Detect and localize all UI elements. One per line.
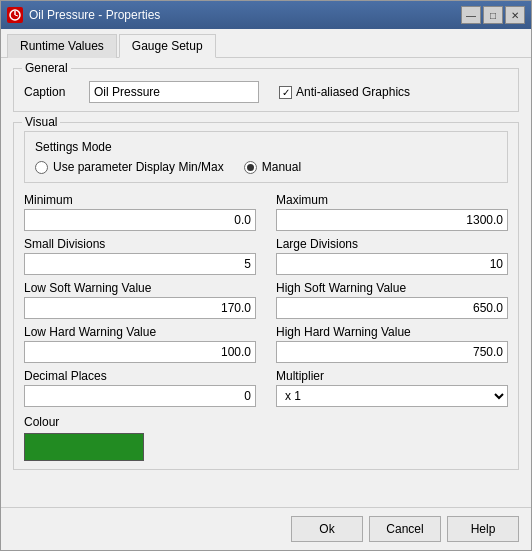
maximum-input[interactable] xyxy=(276,209,508,231)
main-window: Oil Pressure - Properties — □ ✕ Runtime … xyxy=(0,0,532,551)
maximum-field-group: Maximum xyxy=(276,193,508,231)
low-hard-label: Low Hard Warning Value xyxy=(24,325,256,339)
general-group: General Caption ✓ Anti-aliased Graphics xyxy=(13,68,519,112)
minimize-button[interactable]: — xyxy=(461,6,481,24)
window-controls: — □ ✕ xyxy=(461,6,525,24)
caption-row: Caption ✓ Anti-aliased Graphics xyxy=(24,81,508,103)
caption-input[interactable] xyxy=(89,81,259,103)
small-div-field-group: Small Divisions xyxy=(24,237,256,275)
multiplier-field-group: Multiplier x 1 x 10 x 100 x 0.1 xyxy=(276,369,508,407)
large-div-input[interactable] xyxy=(276,253,508,275)
help-button[interactable]: Help xyxy=(447,516,519,542)
general-group-title: General xyxy=(22,61,71,75)
ok-button[interactable]: Ok xyxy=(291,516,363,542)
low-soft-field-group: Low Soft Warning Value xyxy=(24,281,256,319)
multiplier-label: Multiplier xyxy=(276,369,508,383)
cancel-button[interactable]: Cancel xyxy=(369,516,441,542)
large-div-field-group: Large Divisions xyxy=(276,237,508,275)
maximum-label: Maximum xyxy=(276,193,508,207)
high-soft-input[interactable] xyxy=(276,297,508,319)
tab-gauge-setup[interactable]: Gauge Setup xyxy=(119,34,216,58)
low-soft-label: Low Soft Warning Value xyxy=(24,281,256,295)
window-title: Oil Pressure - Properties xyxy=(29,8,461,22)
colour-swatch[interactable] xyxy=(24,433,144,461)
caption-label: Caption xyxy=(24,85,79,99)
tab-content: General Caption ✓ Anti-aliased Graphics … xyxy=(1,58,531,507)
minimum-field-group: Minimum xyxy=(24,193,256,231)
antialias-checkbox[interactable]: ✓ xyxy=(279,86,292,99)
close-button[interactable]: ✕ xyxy=(505,6,525,24)
decimal-label: Decimal Places xyxy=(24,369,256,383)
settings-mode-radio-row: Use parameter Display Min/Max Manual xyxy=(35,160,497,174)
decimal-field-group: Decimal Places xyxy=(24,369,256,407)
low-hard-field-group: Low Hard Warning Value xyxy=(24,325,256,363)
fields-grid: Minimum Maximum Small Divisions Large Di… xyxy=(24,193,508,407)
high-hard-field-group: High Hard Warning Value xyxy=(276,325,508,363)
antialias-row: ✓ Anti-aliased Graphics xyxy=(279,85,410,99)
colour-label: Colour xyxy=(24,415,508,429)
small-div-label: Small Divisions xyxy=(24,237,256,251)
app-icon xyxy=(7,7,23,23)
minimum-input[interactable] xyxy=(24,209,256,231)
radio-parameter-label: Use parameter Display Min/Max xyxy=(53,160,224,174)
tab-bar: Runtime Values Gauge Setup xyxy=(1,29,531,58)
radio-manual[interactable] xyxy=(244,161,257,174)
high-soft-label: High Soft Warning Value xyxy=(276,281,508,295)
radio-manual-label: Manual xyxy=(262,160,301,174)
minimum-label: Minimum xyxy=(24,193,256,207)
maximize-button[interactable]: □ xyxy=(483,6,503,24)
settings-mode-label: Settings Mode xyxy=(35,140,497,154)
colour-section: Colour xyxy=(24,415,508,461)
visual-group: Visual Settings Mode Use parameter Displ… xyxy=(13,122,519,470)
svg-line-2 xyxy=(15,15,18,16)
high-soft-field-group: High Soft Warning Value xyxy=(276,281,508,319)
radio-parameter[interactable] xyxy=(35,161,48,174)
high-hard-label: High Hard Warning Value xyxy=(276,325,508,339)
multiplier-select[interactable]: x 1 x 10 x 100 x 0.1 xyxy=(276,385,508,407)
decimal-input[interactable] xyxy=(24,385,256,407)
title-bar: Oil Pressure - Properties — □ ✕ xyxy=(1,1,531,29)
small-div-input[interactable] xyxy=(24,253,256,275)
antialias-label: Anti-aliased Graphics xyxy=(296,85,410,99)
low-hard-input[interactable] xyxy=(24,341,256,363)
footer: Ok Cancel Help xyxy=(1,507,531,550)
low-soft-input[interactable] xyxy=(24,297,256,319)
settings-mode-box: Settings Mode Use parameter Display Min/… xyxy=(24,131,508,183)
large-div-label: Large Divisions xyxy=(276,237,508,251)
visual-group-title: Visual xyxy=(22,115,60,129)
radio-option-manual[interactable]: Manual xyxy=(244,160,301,174)
high-hard-input[interactable] xyxy=(276,341,508,363)
tab-runtime-values[interactable]: Runtime Values xyxy=(7,34,117,58)
radio-option-parameter[interactable]: Use parameter Display Min/Max xyxy=(35,160,224,174)
